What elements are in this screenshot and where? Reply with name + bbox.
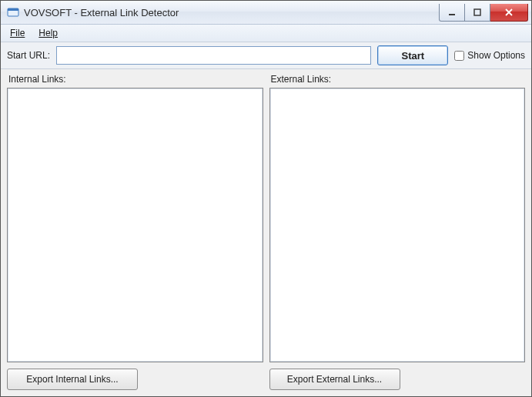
internal-links-panel: Internal Links: Export Internal Links... [7,72,263,390]
window-controls [439,4,528,21]
menu-file[interactable]: File [4,26,31,40]
main-content: Internal Links: Export Internal Links...… [1,69,531,396]
close-button[interactable] [490,4,528,22]
export-internal-button[interactable]: Export Internal Links... [7,369,138,390]
external-links-panel: External Links: Export External Links... [269,72,526,390]
internal-links-label: Internal Links: [7,72,263,88]
external-export-row: Export External Links... [269,362,526,390]
minimize-icon [448,8,456,16]
start-url-input[interactable] [56,46,371,65]
start-button[interactable]: Start [377,45,448,65]
external-links-list[interactable] [269,88,526,362]
export-external-button[interactable]: Export External Links... [269,369,400,390]
menu-help-label: Help [38,28,58,38]
show-options-group[interactable]: Show Options [454,50,525,61]
svg-rect-1 [8,8,18,11]
maximize-icon [473,8,481,16]
svg-rect-2 [449,14,455,15]
app-window: VOVSOFT - External Link Detector File [0,0,532,397]
app-icon [7,6,19,18]
show-options-checkbox[interactable] [454,51,464,61]
external-links-label: External Links: [269,72,526,88]
internal-export-row: Export Internal Links... [7,362,263,390]
menu-help[interactable]: Help [32,26,64,40]
svg-rect-3 [474,9,480,15]
close-icon [504,8,514,16]
title-bar: VOVSOFT - External Link Detector [1,1,531,25]
toolbar-row: Start URL: Start Show Options [1,42,531,69]
maximize-button[interactable] [465,4,490,22]
internal-links-list[interactable] [7,88,263,362]
menu-bar: File Help [1,25,531,42]
start-url-label: Start URL: [7,50,50,61]
menu-file-label: File [10,28,25,38]
window-title: VOVSOFT - External Link Detector [24,7,439,18]
minimize-button[interactable] [439,4,465,22]
show-options-label: Show Options [467,50,525,61]
